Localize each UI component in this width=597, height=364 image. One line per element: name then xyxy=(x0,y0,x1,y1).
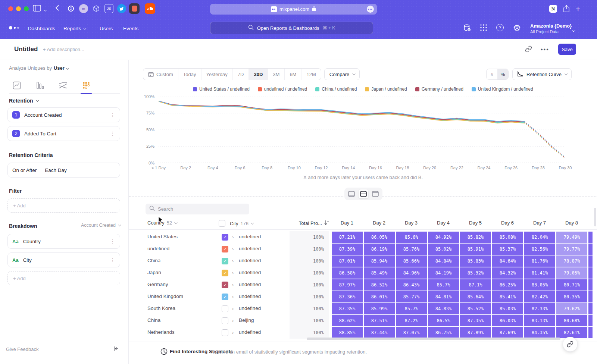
retention-value-cell[interactable]: 86.43% xyxy=(396,279,427,291)
analyze-uniques-control[interactable]: Analyze Uniques byUser xyxy=(9,65,68,71)
table-search[interactable] xyxy=(146,204,249,214)
codesandbox-extension-icon[interactable] xyxy=(92,4,101,13)
retention-value-cell[interactable]: 86.75% xyxy=(428,327,459,338)
retention-step-1[interactable]: 1 Account Created ⋮ xyxy=(7,107,120,122)
breakdown-add-button[interactable]: + Add xyxy=(7,271,120,285)
retention-value-cell[interactable]: 85.77% xyxy=(396,291,427,302)
retention-value-cell[interactable]: 88.62% xyxy=(332,315,363,326)
retention-value-cell[interactable]: 87.51% xyxy=(364,315,395,326)
collapse-sidebar-icon[interactable] xyxy=(113,346,119,353)
total-column-header[interactable]: Total Pro... xyxy=(287,220,329,226)
horizontal-scrollbar[interactable] xyxy=(307,338,560,340)
retention-value-cell[interactable]: 85.76% xyxy=(396,244,427,255)
more-actions-icon[interactable]: ••• xyxy=(541,46,549,53)
table-row[interactable]: China›Beijing100%88.62%87.51%87.2%86.5%8… xyxy=(129,315,597,327)
row-checkbox[interactable]: ✓ xyxy=(222,234,228,241)
date-range-group[interactable]: CustomTodayYesterday7D30D3M6M12M xyxy=(143,68,321,80)
tab-retention[interactable] xyxy=(78,77,94,93)
legend-item[interactable]: undefined / undefined xyxy=(258,87,307,92)
give-feedback-link[interactable]: Give Feedback xyxy=(6,346,38,352)
copy-link-icon[interactable] xyxy=(525,46,532,54)
retention-value-cell[interactable]: 85.41% xyxy=(492,291,523,302)
expand-row-icon[interactable]: › xyxy=(232,318,234,323)
onepassword-extension-icon[interactable] xyxy=(66,4,75,13)
address-bar[interactable]: mixpanel.com ••• xyxy=(210,4,377,15)
range-yesterday[interactable]: Yesterday xyxy=(201,69,232,80)
row-checkbox[interactable]: ✓ xyxy=(222,294,228,300)
retention-value-cell[interactable]: 85.52% xyxy=(460,303,491,314)
retention-value-cell[interactable]: 85.66% xyxy=(396,255,427,267)
global-search[interactable]: Open Reports & Dashboards ⌘ + K xyxy=(210,22,373,34)
expand-row-icon[interactable]: › xyxy=(232,258,234,264)
apps-grid-icon[interactable] xyxy=(480,24,487,33)
retention-section-header[interactable]: Retention xyxy=(9,98,38,104)
retention-value-cell[interactable]: 87.36% xyxy=(332,291,363,302)
retention-value-cell[interactable]: 85.37% xyxy=(492,244,523,255)
report-title[interactable]: Untitled xyxy=(14,46,38,53)
retention-value-cell[interactable]: 84.19% xyxy=(428,267,459,279)
table-row[interactable]: undefined✓›undefined100%87.39%86.19%85.7… xyxy=(129,243,597,255)
retention-value-cell[interactable]: 84.32% xyxy=(492,267,523,279)
retention-value-cell[interactable]: 87.35% xyxy=(460,315,491,326)
mixpanel-logo[interactable] xyxy=(9,26,19,29)
retention-value-cell[interactable]: 84.84% xyxy=(428,255,459,267)
retention-value-cell[interactable]: 83.05% xyxy=(524,279,555,291)
address-more-icon[interactable]: ••• xyxy=(367,6,374,13)
retention-value-cell[interactable]: 85.83% xyxy=(460,255,491,267)
retention-line-chart[interactable] xyxy=(159,97,565,163)
row-checkbox[interactable] xyxy=(222,317,228,324)
traffic-close-button[interactable] xyxy=(8,6,13,11)
add-description[interactable]: + Add description... xyxy=(43,47,84,52)
row-checkbox[interactable]: ✓ xyxy=(222,258,228,264)
row-checkbox[interactable] xyxy=(222,305,228,312)
table-row[interactable]: United States✓›undefined100%87.21%86.05%… xyxy=(129,231,597,243)
range-today[interactable]: Today xyxy=(178,69,201,80)
row-checkbox[interactable]: ✓ xyxy=(222,282,228,288)
retention-value-cell[interactable]: 88.85% xyxy=(332,327,363,338)
retention-value-cell[interactable]: 79.77% xyxy=(556,244,587,255)
retention-value-cell[interactable]: 86.52% xyxy=(364,279,395,291)
retention-value-cell[interactable]: 86.5% xyxy=(428,315,459,326)
expand-row-icon[interactable]: › xyxy=(232,294,234,299)
share-icon[interactable] xyxy=(563,5,570,14)
city-column-header[interactable]: –City176 xyxy=(219,220,253,227)
retention-value-cell[interactable]: 87.35% xyxy=(332,303,363,314)
tab-insights[interactable] xyxy=(9,77,25,93)
retention-value-cell[interactable]: 87.89% xyxy=(460,327,491,338)
retention-value-cell[interactable]: 85.32% xyxy=(460,267,491,279)
retention-value-cell[interactable]: 85.03% xyxy=(492,303,523,314)
back-icon[interactable] xyxy=(55,4,59,13)
row-checkbox[interactable]: ✓ xyxy=(222,246,228,252)
help-icon[interactable]: ? xyxy=(496,24,504,31)
day-column-header[interactable]: Day 5 xyxy=(459,220,491,226)
retention-value-cell[interactable]: 87.44% xyxy=(364,327,395,338)
filter-add-button[interactable]: + Add xyxy=(7,198,120,213)
table-search-input[interactable] xyxy=(158,206,240,212)
retention-value-cell[interactable]: 80.35% xyxy=(556,291,587,302)
retention-value-cell[interactable]: 85.7% xyxy=(428,279,459,291)
notion-icon[interactable]: N xyxy=(549,5,557,13)
breakdown-city[interactable]: Aa City ⋮ xyxy=(7,252,120,267)
retention-value-cell[interactable]: 82.42% xyxy=(524,291,555,302)
table-row[interactable]: United Kingdom✓›undefined100%87.36%86.01… xyxy=(129,291,597,303)
day-column-header[interactable]: Day 6 xyxy=(491,220,523,226)
legend-item[interactable]: United Kingdom / undefined xyxy=(472,87,533,92)
retention-value-cell[interactable]: 84.35% xyxy=(524,327,555,338)
day-column-header[interactable]: Day 3 xyxy=(395,220,427,226)
avatar-extension-icon[interactable]: m xyxy=(79,4,88,13)
row-checkbox[interactable]: ✓ xyxy=(222,270,228,276)
retention-value-cell[interactable]: 85.49% xyxy=(364,267,395,279)
retention-value-cell[interactable]: 86.01% xyxy=(364,291,395,302)
retention-value-cell[interactable]: 81.41% xyxy=(524,267,555,279)
retention-value-cell[interactable]: 84.83% xyxy=(428,303,459,314)
retention-value-cell[interactable]: 85.94% xyxy=(364,255,395,267)
soundcloud-extension-icon[interactable] xyxy=(145,3,155,14)
retention-value-cell[interactable]: 85.7% xyxy=(396,303,427,314)
legend-item[interactable]: United States / undefined xyxy=(193,87,250,92)
retention-value-cell[interactable]: 87.21% xyxy=(332,232,363,243)
retention-value-cell[interactable]: 84.64% xyxy=(492,255,523,267)
retention-value-cell[interactable]: 84.92% xyxy=(428,232,459,243)
retention-step-2[interactable]: 2 Added To Cart ⋮ xyxy=(7,126,120,141)
browser-sidebar-icon[interactable] xyxy=(33,4,41,13)
table-row[interactable]: China✓›undefined100%87.01%85.94%85.66%84… xyxy=(129,255,597,267)
